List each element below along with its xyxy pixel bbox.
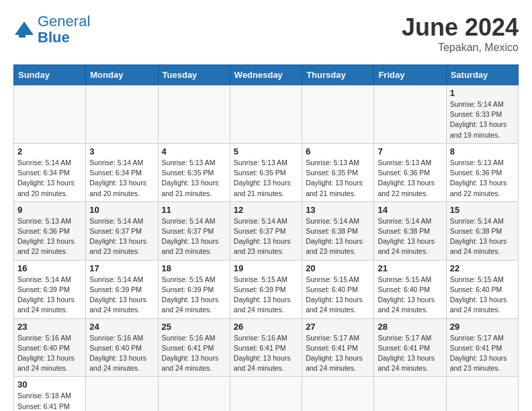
calendar-cell (374, 377, 446, 411)
page-header: General Blue June 2024 Tepakan, Mexico (13, 13, 519, 54)
location: Tepakan, Mexico (402, 42, 519, 54)
calendar-cell: 25Sunrise: 5:16 AMSunset: 6:41 PMDayligh… (158, 318, 230, 377)
day-number: 12 (234, 205, 298, 215)
day-info: Sunrise: 5:13 AMSunset: 6:35 PMDaylight:… (306, 158, 370, 199)
day-info: Sunrise: 5:14 AMSunset: 6:38 PMDaylight:… (378, 216, 442, 257)
day-number: 7 (378, 146, 442, 156)
calendar-cell (446, 377, 518, 411)
calendar-cell: 23Sunrise: 5:16 AMSunset: 6:40 PMDayligh… (14, 318, 86, 377)
day-number: 28 (378, 322, 442, 332)
day-info: Sunrise: 5:15 AMSunset: 6:40 PMDaylight:… (378, 275, 442, 316)
calendar-cell: 6Sunrise: 5:13 AMSunset: 6:35 PMDaylight… (302, 143, 374, 201)
calendar-cell (86, 377, 158, 411)
day-info: Sunrise: 5:15 AMSunset: 6:39 PMDaylight:… (234, 275, 298, 316)
day-number: 10 (89, 205, 154, 215)
calendar-cell (158, 377, 230, 411)
calendar-cell (230, 377, 302, 411)
day-number: 19 (234, 263, 298, 273)
day-number: 13 (306, 205, 370, 215)
calendar-cell (158, 85, 230, 144)
weekday-header-friday: Friday (374, 65, 446, 85)
day-info: Sunrise: 5:14 AMSunset: 6:38 PMDaylight:… (306, 216, 370, 257)
calendar-cell (86, 85, 158, 144)
calendar-week-6: 30Sunrise: 5:18 AMSunset: 6:41 PMDayligh… (14, 377, 519, 411)
day-info: Sunrise: 5:16 AMSunset: 6:41 PMDaylight:… (234, 333, 298, 374)
calendar-cell: 2Sunrise: 5:14 AMSunset: 6:34 PMDaylight… (14, 143, 86, 201)
day-number: 17 (89, 263, 154, 273)
day-info: Sunrise: 5:17 AMSunset: 6:41 PMDaylight:… (378, 333, 442, 374)
weekday-header-wednesday: Wednesday (230, 65, 302, 85)
day-number: 16 (17, 263, 82, 273)
weekday-header-thursday: Thursday (302, 65, 374, 85)
calendar-cell: 11Sunrise: 5:14 AMSunset: 6:37 PMDayligh… (158, 201, 230, 260)
calendar-cell (374, 85, 446, 144)
day-info: Sunrise: 5:16 AMSunset: 6:40 PMDaylight:… (17, 333, 82, 374)
day-number: 18 (162, 263, 226, 273)
day-info: Sunrise: 5:17 AMSunset: 6:41 PMDaylight:… (306, 333, 370, 374)
day-info: Sunrise: 5:14 AMSunset: 6:37 PMDaylight:… (234, 216, 298, 257)
day-number: 21 (378, 263, 442, 273)
calendar-cell (14, 85, 86, 144)
logo-blue: Blue (38, 29, 70, 46)
calendar-cell: 15Sunrise: 5:14 AMSunset: 6:38 PMDayligh… (446, 201, 518, 260)
calendar-cell (230, 85, 302, 144)
calendar-cell: 4Sunrise: 5:13 AMSunset: 6:35 PMDaylight… (158, 143, 230, 201)
day-number: 23 (17, 322, 82, 332)
weekday-header-row: SundayMondayTuesdayWednesdayThursdayFrid… (14, 65, 519, 85)
title-block: June 2024 Tepakan, Mexico (402, 13, 519, 54)
day-info: Sunrise: 5:13 AMSunset: 6:35 PMDaylight:… (234, 158, 298, 199)
calendar-cell: 20Sunrise: 5:15 AMSunset: 6:40 PMDayligh… (302, 260, 374, 318)
calendar-cell: 13Sunrise: 5:14 AMSunset: 6:38 PMDayligh… (302, 201, 374, 260)
calendar-cell: 21Sunrise: 5:15 AMSunset: 6:40 PMDayligh… (374, 260, 446, 318)
day-info: Sunrise: 5:13 AMSunset: 6:36 PMDaylight:… (17, 216, 82, 257)
logo-icon (13, 20, 35, 39)
calendar-cell: 30Sunrise: 5:18 AMSunset: 6:41 PMDayligh… (14, 377, 86, 411)
day-info: Sunrise: 5:14 AMSunset: 6:39 PMDaylight:… (89, 275, 154, 316)
day-number: 15 (450, 205, 515, 215)
day-number: 30 (17, 379, 82, 390)
day-info: Sunrise: 5:13 AMSunset: 6:36 PMDaylight:… (378, 158, 442, 199)
day-info: Sunrise: 5:14 AMSunset: 6:39 PMDaylight:… (17, 275, 82, 316)
calendar-cell: 1Sunrise: 5:14 AMSunset: 6:33 PMDaylight… (446, 85, 518, 144)
day-number: 1 (450, 88, 515, 98)
day-info: Sunrise: 5:15 AMSunset: 6:40 PMDaylight:… (306, 275, 370, 316)
calendar-cell: 26Sunrise: 5:16 AMSunset: 6:41 PMDayligh… (230, 318, 302, 377)
day-number: 5 (234, 146, 298, 156)
calendar-week-4: 16Sunrise: 5:14 AMSunset: 6:39 PMDayligh… (14, 260, 519, 318)
calendar-cell: 3Sunrise: 5:14 AMSunset: 6:34 PMDaylight… (86, 143, 158, 201)
logo-general: General (38, 13, 90, 30)
day-info: Sunrise: 5:13 AMSunset: 6:36 PMDaylight:… (450, 158, 515, 199)
day-info: Sunrise: 5:14 AMSunset: 6:34 PMDaylight:… (89, 158, 154, 199)
weekday-header-monday: Monday (86, 65, 158, 85)
calendar-week-2: 2Sunrise: 5:14 AMSunset: 6:34 PMDaylight… (14, 143, 519, 201)
day-info: Sunrise: 5:15 AMSunset: 6:40 PMDaylight:… (450, 275, 515, 316)
calendar-cell (302, 85, 374, 144)
day-info: Sunrise: 5:14 AMSunset: 6:37 PMDaylight:… (89, 216, 154, 257)
day-number: 25 (162, 322, 226, 332)
calendar-cell: 24Sunrise: 5:16 AMSunset: 6:40 PMDayligh… (86, 318, 158, 377)
weekday-header-tuesday: Tuesday (158, 65, 230, 85)
calendar-cell: 5Sunrise: 5:13 AMSunset: 6:35 PMDaylight… (230, 143, 302, 201)
day-info: Sunrise: 5:14 AMSunset: 6:33 PMDaylight:… (450, 99, 515, 140)
day-info: Sunrise: 5:15 AMSunset: 6:39 PMDaylight:… (162, 275, 226, 316)
day-info: Sunrise: 5:14 AMSunset: 6:37 PMDaylight:… (162, 216, 226, 257)
day-number: 2 (17, 146, 82, 156)
calendar-cell: 17Sunrise: 5:14 AMSunset: 6:39 PMDayligh… (86, 260, 158, 318)
logo: General Blue (13, 13, 90, 46)
calendar-week-1: 1Sunrise: 5:14 AMSunset: 6:33 PMDaylight… (14, 85, 519, 144)
calendar-cell: 29Sunrise: 5:17 AMSunset: 6:41 PMDayligh… (446, 318, 518, 377)
calendar-cell: 9Sunrise: 5:13 AMSunset: 6:36 PMDaylight… (14, 201, 86, 260)
day-number: 4 (162, 146, 226, 156)
day-info: Sunrise: 5:13 AMSunset: 6:35 PMDaylight:… (162, 158, 226, 199)
calendar-cell: 27Sunrise: 5:17 AMSunset: 6:41 PMDayligh… (302, 318, 374, 377)
svg-rect-1 (19, 30, 26, 38)
logo-text: General Blue (38, 13, 90, 46)
day-number: 24 (89, 322, 154, 332)
calendar-cell: 22Sunrise: 5:15 AMSunset: 6:40 PMDayligh… (446, 260, 518, 318)
calendar-cell: 19Sunrise: 5:15 AMSunset: 6:39 PMDayligh… (230, 260, 302, 318)
day-info: Sunrise: 5:16 AMSunset: 6:41 PMDaylight:… (162, 333, 226, 374)
calendar-cell (302, 377, 374, 411)
day-number: 22 (450, 263, 515, 273)
calendar-cell: 14Sunrise: 5:14 AMSunset: 6:38 PMDayligh… (374, 201, 446, 260)
calendar-cell: 10Sunrise: 5:14 AMSunset: 6:37 PMDayligh… (86, 201, 158, 260)
